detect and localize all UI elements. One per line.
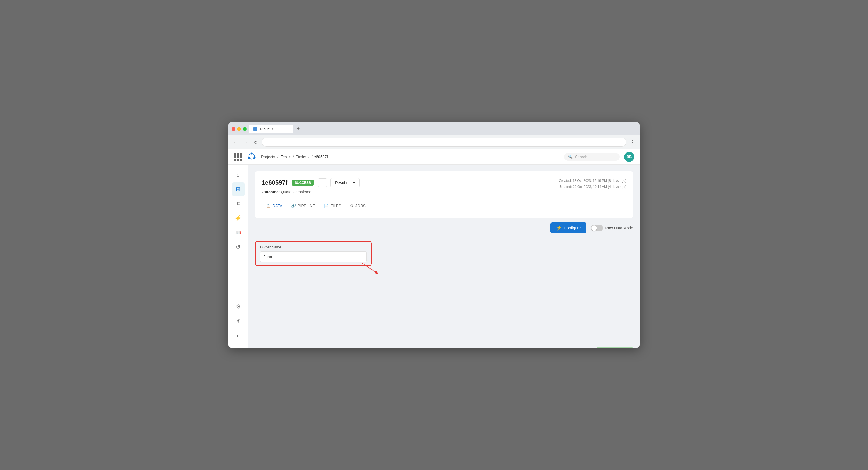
raw-data-switch[interactable] (591, 225, 603, 231)
raw-data-toggle[interactable]: Raw Data Mode (591, 225, 633, 231)
theme-icon: ☀ (236, 318, 241, 324)
svg-point-1 (251, 152, 253, 154)
chevron-down-icon: ▾ (289, 155, 290, 158)
tab-data[interactable]: 📋 DATA (261, 201, 287, 211)
task-id: 1e60597f (261, 179, 287, 186)
task-actions: ... Resubmit ▾ (318, 178, 360, 187)
app-grid-icon[interactable] (234, 153, 242, 161)
home-icon: ⌂ (236, 172, 240, 178)
workflow-icon: ⑆ (237, 201, 240, 207)
breadcrumb: Projects / Test ▾ / Tasks / 1e60597f (261, 155, 328, 159)
update-task-button[interactable]: Update Task (597, 347, 633, 348)
task-created: Created: 18 Oct 2023, 12:19 PM (8 days a… (558, 178, 626, 184)
sidebar-item-settings[interactable]: ⚙ (231, 300, 245, 313)
sidebar-item-expand[interactable]: » (231, 329, 245, 342)
chevron-down-icon: ▾ (353, 180, 355, 185)
breadcrumb-sep-1: / (277, 155, 279, 159)
resubmit-button[interactable]: Resubmit ▾ (330, 178, 360, 187)
tab-jobs[interactable]: ⚙ JOBS (346, 201, 370, 211)
toggle-knob (591, 225, 597, 231)
breadcrumb-current: 1e60597f (312, 155, 328, 159)
user-avatar[interactable]: BB (624, 152, 634, 162)
back-button[interactable]: ← (231, 138, 239, 146)
new-tab-button[interactable]: + (294, 125, 302, 133)
tabs-bar: 📋 DATA 🔗 PIPELINE 📄 FILES ⚙ (261, 201, 626, 211)
minimize-window-btn[interactable] (237, 127, 241, 131)
forward-button[interactable]: → (242, 138, 249, 146)
settings-icon: ⚙ (236, 303, 241, 310)
sidebar-item-home[interactable]: ⌂ (231, 168, 245, 181)
app-logo (247, 151, 257, 163)
content-toolbar: ⚡ Configure Raw Data Mode (255, 218, 633, 237)
jobs-tab-icon: ⚙ (350, 204, 354, 208)
arrow-annotation (362, 263, 390, 278)
configure-button[interactable]: ⚡ Configure (551, 223, 586, 233)
tab-pipeline[interactable]: 🔗 PIPELINE (287, 201, 319, 211)
reload-button[interactable]: ↻ (252, 138, 259, 146)
sidebar-item-theme[interactable]: ☀ (231, 314, 245, 328)
pipeline-tab-icon: 🔗 (291, 204, 296, 208)
browser-tab[interactable]: 1e60597f (249, 125, 293, 133)
tab-favicon (253, 127, 257, 131)
bottom-actions: Update Task (255, 343, 633, 348)
form-area: Owner Name John (255, 237, 633, 270)
lightning-icon: ⚡ (235, 215, 242, 222)
sidebar-item-lightning[interactable]: ⚡ (231, 211, 245, 225)
address-bar[interactable] (261, 138, 626, 147)
files-tab-icon: 📄 (324, 204, 329, 208)
grid-icon: ⊞ (236, 186, 241, 193)
svg-line-5 (362, 263, 379, 274)
breadcrumb-tasks[interactable]: Tasks (296, 155, 306, 159)
sidebar-item-workflow[interactable]: ⑆ (231, 197, 245, 210)
raw-data-label: Raw Data Mode (605, 226, 633, 230)
expand-icon: » (237, 332, 240, 339)
close-window-btn[interactable] (231, 127, 236, 131)
task-outcome: Outcome: Quote Completed (261, 190, 360, 194)
svg-point-2 (254, 156, 255, 158)
browser-more-button[interactable]: ⋮ (629, 138, 637, 146)
data-tab-icon: 📋 (266, 204, 271, 208)
breadcrumb-sep-2: / (293, 155, 294, 159)
book-icon: 📖 (236, 230, 241, 235)
sidebar-item-book[interactable]: 📖 (231, 226, 245, 239)
more-options-button[interactable]: ... (318, 178, 327, 187)
search-icon: 🔍 (568, 155, 573, 159)
tab-files[interactable]: 📄 FILES (319, 201, 346, 211)
task-card: 1e60597f SUCCESS ... Resubmit ▾ (255, 171, 633, 218)
svg-point-3 (248, 156, 250, 158)
history-icon: ↺ (236, 244, 241, 250)
owner-name-input[interactable]: John (260, 252, 367, 262)
configure-icon: ⚡ (556, 225, 562, 231)
task-updated: Updated: 23 Oct 2023, 10:14 AM (4 days a… (558, 184, 626, 190)
maximize-window-btn[interactable] (243, 127, 247, 131)
top-nav: Projects / Test ▾ / Tasks / 1e60597f 🔍 S… (228, 149, 640, 165)
sidebar: ⌂ ⊞ ⑆ ⚡ 📖 ↺ (228, 165, 248, 348)
main-content: 1e60597f SUCCESS ... Resubmit ▾ (248, 165, 640, 348)
tab-label: 1e60597f (259, 127, 274, 131)
sidebar-item-grid[interactable]: ⊞ (231, 182, 245, 196)
sidebar-item-history[interactable]: ↺ (231, 240, 245, 254)
field-group-owner-name: Owner Name John (255, 241, 372, 266)
browser-toolbar: ← → ↻ ⋮ (228, 136, 640, 149)
breadcrumb-sep-3: / (308, 155, 309, 159)
breadcrumb-test[interactable]: Test ▾ (281, 155, 290, 159)
search-bar[interactable]: 🔍 Search (564, 153, 620, 161)
status-badge: SUCCESS (292, 180, 314, 186)
search-text: Search (575, 155, 587, 159)
field-label-owner-name: Owner Name (260, 245, 367, 249)
breadcrumb-projects[interactable]: Projects (261, 155, 275, 159)
